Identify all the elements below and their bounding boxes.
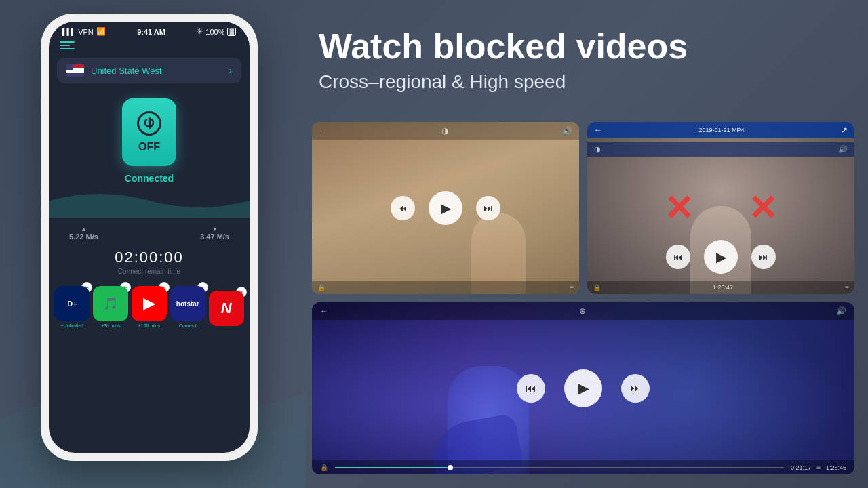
power-area: OFF Connected: [49, 92, 250, 190]
hotstar-label: Connect: [179, 323, 197, 328]
timer-label: Connect remain time: [49, 268, 250, 275]
vid2-prev-btn[interactable]: ⏮: [666, 245, 690, 269]
status-bar: ▌▌▌ VPN 📶 9:41 AM ✳ 100% ▓: [49, 22, 250, 39]
x-mark-right: ✕: [748, 190, 778, 226]
server-info: United State West: [66, 64, 162, 77]
vid3-back-icon: ←: [320, 306, 328, 316]
vid1-prev-btn[interactable]: ⏮: [391, 196, 415, 220]
hamburger-menu[interactable]: [60, 41, 75, 49]
clock: 9:41 AM: [137, 28, 165, 36]
status-right: ✳ 100% ▓: [197, 27, 236, 36]
spotify-label: +30 mins: [101, 323, 121, 328]
vid1-list-icon: ≡: [570, 284, 574, 291]
vid3-total: 1:28:45: [826, 464, 846, 471]
subheadline: Cross–regional & High speed: [319, 71, 848, 93]
disney-label: +Unlimited: [61, 323, 83, 328]
upload-value: 5.22 M/s: [69, 232, 98, 241]
app-hotstar-wrapper[interactable]: ✂ hotstar Connect: [170, 286, 205, 328]
us-flag: [66, 64, 84, 77]
upload-speed: ▲ 5.22 M/s: [69, 226, 98, 241]
vid2-next-btn[interactable]: ⏭: [751, 245, 776, 269]
app-hotstar: hotstar: [170, 286, 205, 321]
app-disney: D+: [54, 286, 90, 321]
server-arrow-icon: ›: [229, 65, 232, 76]
timer-value: 02:00:00: [49, 249, 250, 266]
vid2-lock-icon: 🔒: [593, 284, 601, 291]
wifi-icon: 📶: [96, 27, 106, 36]
vid2-list2-icon: ≡: [845, 284, 849, 291]
server-name: United State West: [91, 66, 162, 76]
battery-label: 100%: [205, 28, 224, 36]
video-panel-2: ← 2019-01-21 MP4 ↗ ◑ 🔊 ✕ ✕ ⏮ ▶ ⏭ 🔒 1:: [587, 122, 854, 294]
hamburger-line-3: [60, 48, 75, 49]
download-speed: ▼ 3.47 M/s: [200, 226, 229, 241]
vid1-play-btn[interactable]: ▶: [429, 191, 462, 225]
app-netflix-wrapper[interactable]: ✂ N: [209, 291, 244, 328]
vid3-lock-icon: 🔒: [320, 464, 328, 471]
video-panel-1: ← ◑ 🔊 ⏮ ▶ ⏭ 🔒 ≡: [312, 122, 579, 294]
phone-header: [49, 39, 250, 55]
vid2-time: 1:25:47: [713, 284, 733, 291]
power-off-label: OFF: [138, 141, 160, 153]
vid1-back-icon: ←: [319, 126, 327, 136]
power-button[interactable]: OFF: [122, 98, 176, 166]
app-spotify-wrapper[interactable]: ✂ 🎵 +30 mins: [93, 286, 128, 328]
vid1-brightness-icon: ◑: [441, 126, 448, 136]
power-icon: [137, 111, 161, 136]
signal-bars: ▌▌▌: [62, 28, 75, 35]
hamburger-line-1: [60, 41, 75, 43]
app-youtube-wrapper[interactable]: ✂ ▶ +120 mins: [132, 286, 167, 328]
download-value: 3.47 M/s: [200, 232, 229, 241]
phone-screen: ▌▌▌ VPN 📶 9:41 AM ✳ 100% ▓: [49, 22, 250, 453]
app-disney-wrapper[interactable]: ✂ D+ +Unlimited: [54, 286, 90, 328]
vid3-options-icon: ⊕: [579, 306, 586, 316]
bluetooth-icon: ✳: [197, 27, 203, 36]
youtube-label: +120 mins: [138, 323, 161, 328]
right-section: Watch blocked videos Cross–regional & Hi…: [298, 0, 868, 488]
timer-area: 02:00:00 Connect remain time: [49, 246, 250, 278]
app-spotify: 🎵: [93, 286, 128, 321]
vid3-play-btn[interactable]: ▶: [564, 369, 602, 407]
vid2-play-btn[interactable]: ▶: [704, 240, 738, 274]
battery-icon: ▓: [227, 28, 236, 36]
video-panels: ← ◑ 🔊 ⏮ ▶ ⏭ 🔒 ≡ ← 2019-01-21 MP4: [298, 122, 868, 488]
vid3-elapsed: 0:21:17: [791, 464, 811, 471]
marketing-text-area: Watch blocked videos Cross–regional & Hi…: [298, 0, 868, 106]
vid1-lock-icon: 🔒: [317, 284, 326, 291]
server-selector[interactable]: United State West ›: [57, 58, 241, 83]
hamburger-line-2: [60, 45, 70, 46]
vid3-list-icon: ≡: [816, 464, 821, 471]
hotstar-text: hotstar: [176, 300, 199, 308]
vid1-next-btn[interactable]: ⏭: [476, 196, 500, 220]
carrier-label: VPN: [78, 28, 94, 36]
headline: Watch blocked videos: [319, 27, 848, 66]
download-arrow: ▼: [212, 226, 218, 232]
app-youtube: ▶: [132, 286, 167, 321]
vid3-volume-icon: 🔊: [836, 306, 846, 316]
vid3-next-btn[interactable]: ⏭: [621, 374, 650, 403]
phone-mockup: ▌▌▌ VPN 📶 9:41 AM ✳ 100% ▓: [41, 14, 271, 474]
video-panel-3: ← ⊕ 🔊 ⏮ ▶ ⏭ 🔒 0:21:17 ≡ 1:28:45: [312, 302, 854, 474]
phone-frame: ▌▌▌ VPN 📶 9:41 AM ✳ 100% ▓: [41, 14, 258, 461]
upload-arrow: ▲: [81, 226, 87, 232]
speed-stats: ▲ 5.22 M/s ▼ 3.47 M/s: [49, 220, 250, 246]
vid3-prev-btn[interactable]: ⏮: [517, 374, 545, 403]
status-left: ▌▌▌ VPN 📶: [62, 27, 106, 36]
connected-label: Connected: [125, 173, 174, 184]
app-netflix: N: [209, 291, 244, 326]
x-mark-left: ✕: [664, 190, 694, 226]
vid1-volume-icon: 🔊: [562, 126, 572, 136]
